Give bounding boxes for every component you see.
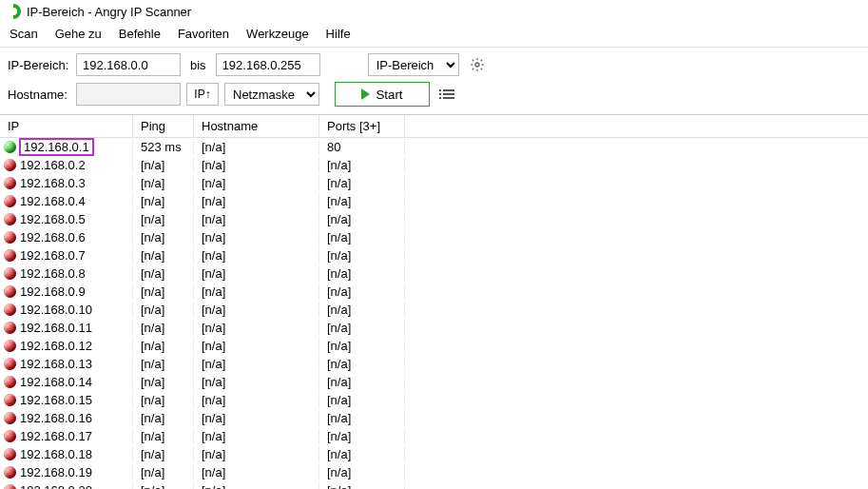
ip-text: 192.168.0.13 [20, 357, 92, 371]
table-row[interactable]: 192.168.0.3[n/a][n/a][n/a] [0, 174, 868, 192]
ip-up-button[interactable]: IP↑ [186, 83, 219, 106]
ip-text: 192.168.0.10 [20, 303, 92, 317]
cell-ip: 192.168.0.2 [0, 157, 133, 173]
ip-text: 192.168.0.11 [20, 321, 92, 335]
cell-ports: [n/a] [319, 464, 405, 480]
col-header-ports[interactable]: Ports [3+] [319, 115, 405, 137]
table-row[interactable]: 192.168.0.5[n/a][n/a][n/a] [0, 210, 868, 228]
cell-ports: [n/a] [319, 284, 405, 300]
table-row[interactable]: 192.168.0.17[n/a][n/a][n/a] [0, 427, 868, 445]
table-row[interactable]: 192.168.0.18[n/a][n/a][n/a] [0, 445, 868, 463]
cell-ip: 192.168.0.4 [0, 193, 133, 209]
cell-ip: 192.168.0.12 [0, 338, 133, 354]
status-dead-icon [4, 412, 16, 424]
table-row[interactable]: 192.168.0.10[n/a][n/a][n/a] [0, 301, 868, 319]
cell-ping: 523 ms [133, 139, 194, 155]
ip-text: 192.168.0.14 [20, 375, 92, 389]
ip-text: 192.168.0.3 [20, 176, 86, 190]
toolbar: IP-Bereich: bis IP-Bereich Hostname: IP↑… [0, 48, 868, 114]
cell-ports: [n/a] [319, 356, 405, 372]
list-options-icon[interactable] [443, 89, 454, 99]
ip-end-input[interactable] [216, 53, 320, 76]
cell-ip: 192.168.0.18 [0, 446, 133, 462]
menu-commands[interactable]: Befehle [119, 27, 161, 41]
cell-ip: 192.168.0.11 [0, 320, 133, 336]
cell-ping: [n/a] [133, 265, 194, 282]
cell-ip: 192.168.0.5 [0, 211, 133, 227]
cell-ports: 80 [319, 139, 405, 155]
cell-hostname: [n/a] [194, 157, 319, 173]
cell-ports: [n/a] [319, 410, 405, 426]
status-dead-icon [4, 430, 16, 442]
table-row[interactable]: 192.168.0.9[n/a][n/a][n/a] [0, 283, 868, 301]
cell-ip: 192.168.0.14 [0, 374, 133, 390]
col-header-hostname[interactable]: Hostname [194, 115, 319, 137]
cell-ping: [n/a] [133, 211, 194, 227]
cell-ip: 192.168.0.15 [0, 392, 133, 408]
cell-ports: [n/a] [319, 193, 405, 209]
table-row[interactable]: 192.168.0.13[n/a][n/a][n/a] [0, 355, 868, 373]
range-type-select[interactable]: IP-Bereich [368, 53, 459, 76]
cell-ping: [n/a] [133, 247, 194, 264]
app-logo-icon [6, 4, 21, 19]
table-row[interactable]: 192.168.0.14[n/a][n/a][n/a] [0, 373, 868, 391]
cell-ping: [n/a] [133, 410, 194, 426]
cell-ping: [n/a] [133, 482, 194, 489]
table-row[interactable]: 192.168.0.6[n/a][n/a][n/a] [0, 228, 868, 246]
menu-tools[interactable]: Werkzeuge [246, 27, 309, 41]
cell-ping: [n/a] [133, 157, 194, 173]
hostname-input[interactable] [76, 83, 181, 106]
svg-point-0 [475, 63, 479, 67]
cell-ping: [n/a] [133, 338, 194, 354]
ip-text: 192.168.0.8 [20, 266, 86, 281]
status-dead-icon [4, 249, 16, 262]
table-row[interactable]: 192.168.0.1523 ms[n/a]80 [0, 138, 868, 156]
ip-text: 192.168.0.19 [20, 465, 92, 479]
cell-ip: 192.168.0.6 [0, 229, 133, 245]
cell-ip: 192.168.0.3 [0, 175, 133, 191]
ip-text: 192.168.0.1 [19, 138, 94, 156]
menu-goto[interactable]: Gehe zu [55, 27, 102, 41]
table-header: IP Ping Hostname Ports [3+] [0, 115, 868, 138]
cell-hostname: [n/a] [194, 265, 319, 282]
table-row[interactable]: 192.168.0.15[n/a][n/a][n/a] [0, 391, 868, 409]
status-dead-icon [4, 177, 16, 189]
cell-hostname: [n/a] [194, 320, 319, 336]
status-dead-icon [4, 231, 16, 244]
table-row[interactable]: 192.168.0.20[n/a][n/a][n/a] [0, 481, 868, 489]
cell-ports: [n/a] [319, 338, 405, 354]
bis-label: bis [190, 58, 206, 72]
table-row[interactable]: 192.168.0.4[n/a][n/a][n/a] [0, 192, 868, 210]
netmask-select[interactable]: Netzmaske [224, 83, 319, 106]
cell-hostname: [n/a] [194, 247, 319, 264]
start-button[interactable]: Start [335, 82, 430, 107]
table-row[interactable]: 192.168.0.2[n/a][n/a][n/a] [0, 156, 868, 174]
table-row[interactable]: 192.168.0.12[n/a][n/a][n/a] [0, 337, 868, 355]
status-dead-icon [4, 448, 16, 460]
cell-ping: [n/a] [133, 392, 194, 408]
gear-icon[interactable] [469, 56, 486, 73]
status-dead-icon [4, 358, 16, 370]
menu-scan[interactable]: Scan [10, 27, 38, 41]
cell-hostname: [n/a] [194, 446, 319, 462]
col-header-ip[interactable]: IP [0, 115, 133, 137]
cell-ports: [n/a] [319, 229, 405, 245]
cell-ports: [n/a] [319, 265, 405, 282]
window-title: IP-Bereich - Angry IP Scanner [27, 5, 191, 19]
table-body: 192.168.0.1523 ms[n/a]80192.168.0.2[n/a]… [0, 138, 868, 489]
table-row[interactable]: 192.168.0.19[n/a][n/a][n/a] [0, 463, 868, 481]
cell-ip: 192.168.0.16 [0, 410, 133, 426]
table-row[interactable]: 192.168.0.7[n/a][n/a][n/a] [0, 246, 868, 264]
menu-favorites[interactable]: Favoriten [178, 27, 229, 41]
ip-range-label: IP-Bereich: [8, 58, 70, 72]
table-row[interactable]: 192.168.0.11[n/a][n/a][n/a] [0, 319, 868, 337]
table-row[interactable]: 192.168.0.16[n/a][n/a][n/a] [0, 409, 868, 427]
status-dead-icon [4, 285, 16, 298]
cell-ping: [n/a] [133, 374, 194, 390]
ip-start-input[interactable] [76, 53, 181, 76]
menu-help[interactable]: Hilfe [326, 27, 351, 41]
table-row[interactable]: 192.168.0.8[n/a][n/a][n/a] [0, 264, 868, 283]
cell-ports: [n/a] [319, 157, 405, 173]
col-header-ping[interactable]: Ping [133, 115, 194, 137]
cell-ports: [n/a] [319, 428, 405, 444]
